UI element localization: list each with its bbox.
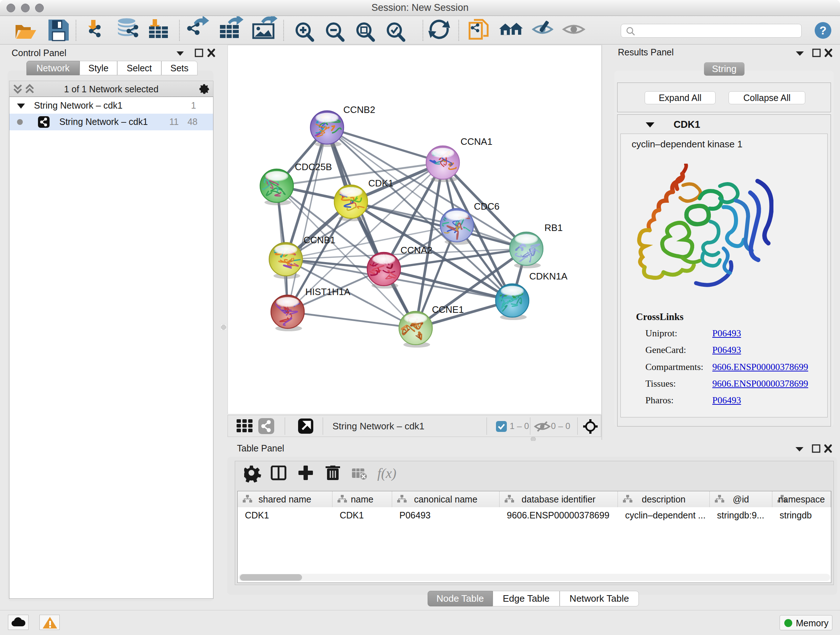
svg-text:RB1: RB1 [545, 222, 563, 233]
svg-text:CCNB2: CCNB2 [343, 104, 375, 115]
svg-text:CDC25B: CDC25B [295, 162, 332, 172]
svg-text:HIST1H1A: HIST1H1A [305, 287, 351, 297]
svg-text:CCNA2: CCNA2 [401, 245, 432, 256]
svg-text:f(x): f(x) [377, 466, 396, 481]
svg-text:CDC6: CDC6 [474, 201, 500, 212]
svg-text:CCNB1: CCNB1 [303, 234, 335, 245]
svg-text:CCNA1: CCNA1 [461, 136, 493, 147]
svg-text:CDK1: CDK1 [368, 178, 393, 188]
svg-text:CCNE1: CCNE1 [432, 304, 464, 315]
svg-text:CDKN1A: CDKN1A [529, 271, 568, 282]
